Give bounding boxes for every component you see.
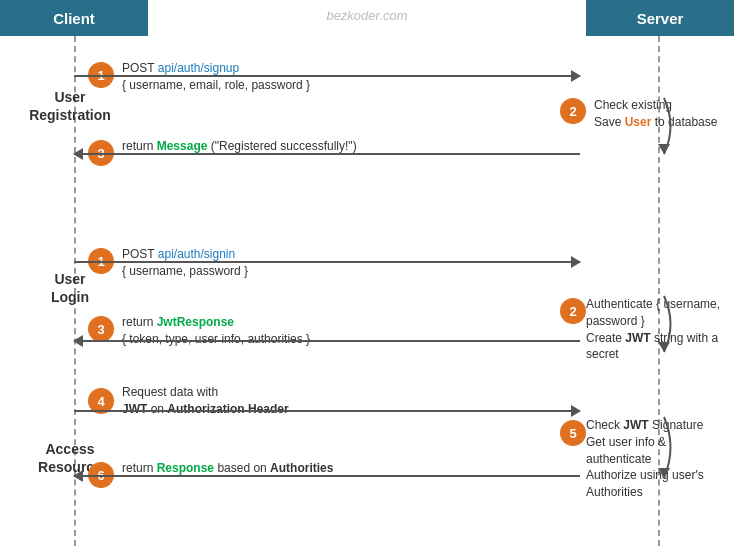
arrow-access-6 bbox=[74, 475, 580, 477]
svg-marker-2 bbox=[658, 468, 670, 478]
step-circle-reg-2: 2 bbox=[560, 98, 586, 124]
svg-marker-0 bbox=[658, 144, 670, 154]
curved-arrow-reg-server bbox=[649, 96, 679, 156]
arrow-reg-1 bbox=[74, 75, 580, 77]
curved-arrow-login-server bbox=[649, 294, 679, 354]
section-user-login: UserLogin bbox=[0, 270, 140, 306]
arrow-login-1 bbox=[74, 261, 580, 263]
watermark: bezkoder.com bbox=[326, 8, 407, 23]
arrow-login-3 bbox=[74, 340, 580, 342]
msg-login-step3: return JwtResponse { token, type, user i… bbox=[122, 314, 310, 348]
arrow-reg-3 bbox=[74, 153, 580, 155]
arrow-access-4 bbox=[74, 410, 580, 412]
section-access-resource: AccessResource bbox=[0, 440, 140, 476]
msg-access-step4: Request data with JWT on Authorization H… bbox=[122, 384, 289, 418]
diagram-container: bezkoder.com Client Server UserRegistrat… bbox=[0, 0, 734, 546]
curved-arrow-access-server bbox=[649, 415, 679, 480]
client-header: Client bbox=[0, 0, 148, 36]
step-circle-login-3: 3 bbox=[88, 316, 114, 342]
server-header: Server bbox=[586, 0, 734, 36]
svg-marker-1 bbox=[658, 342, 670, 352]
section-user-registration: UserRegistration bbox=[0, 88, 140, 124]
step-circle-access-5: 5 bbox=[560, 420, 586, 446]
step-circle-login-2: 2 bbox=[560, 298, 586, 324]
